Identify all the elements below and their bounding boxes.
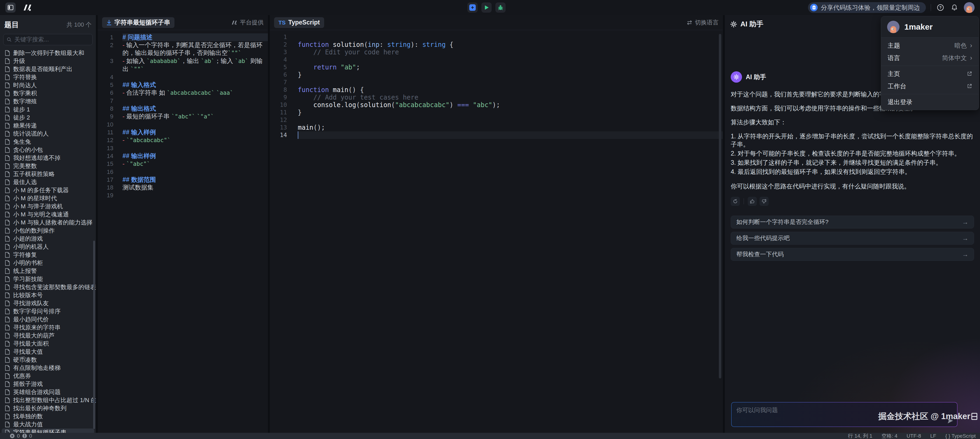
language-menu-item[interactable]: 语言 简体中文› xyxy=(881,52,978,64)
sidebar-item[interactable]: 数字字母问号排序 xyxy=(2,307,94,315)
sidebar-item[interactable]: 完美整数 xyxy=(2,162,94,170)
sidebar-item[interactable]: 寻找包含斐波那契数最多的链表 xyxy=(2,283,94,291)
sidebar-item[interactable]: 字符替换 xyxy=(2,73,94,81)
sidebar-item[interactable]: 小 M 与狼人拯救者的能力选择 xyxy=(2,219,94,227)
sidebar-scrollbar[interactable] xyxy=(93,241,95,429)
share-banner[interactable]: 分享代码练习体验，领限量定制周边 xyxy=(808,2,926,13)
editor-scrollbar[interactable] xyxy=(719,34,721,379)
problem-tab[interactable]: 字符串最短循环子串 xyxy=(102,17,175,28)
search-box[interactable] xyxy=(3,34,92,45)
marscode-logo-icon[interactable] xyxy=(22,4,32,11)
thumbs-up-button[interactable] xyxy=(748,197,757,206)
sidebar-item[interactable]: 数字乘积 xyxy=(2,89,94,97)
sidebar-item[interactable]: 最大战力值 xyxy=(2,420,94,428)
file-icon xyxy=(5,365,10,371)
sidebar-item[interactable]: 小 M 的多任务下载器 xyxy=(2,186,94,194)
ai-agent-name: AI 助手 xyxy=(746,73,766,81)
suggested-question[interactable]: 给我一些代码提示吧→ xyxy=(731,232,974,245)
sidebar-item[interactable]: 线上报警 xyxy=(2,267,94,275)
sidebar-item-label: 徒步 1 xyxy=(13,105,30,114)
theme-menu-item[interactable]: 主题 暗色› xyxy=(881,39,978,52)
sidebar-item[interactable]: 数字增殖 xyxy=(2,97,94,105)
add-button[interactable]: + xyxy=(468,2,477,13)
sidebar-item[interactable]: 找出整型数组中占比超过 1/N 的数 xyxy=(2,396,94,404)
bug-icon xyxy=(498,5,503,11)
sidebar-item[interactable]: 寻找最大的葫芦 xyxy=(2,332,94,340)
sidebar-item[interactable]: 最小趋同代价 xyxy=(2,315,94,323)
sidebar-item[interactable]: 字符修复 xyxy=(2,251,94,259)
sidebar-item[interactable]: 比较版本号 xyxy=(2,291,94,299)
sidebar-item[interactable]: 升级 xyxy=(2,57,94,65)
file-icon xyxy=(5,341,10,347)
sidebar-item[interactable]: 统计说谎的人 xyxy=(2,130,94,138)
sidebar-item[interactable]: 寻找最大值 xyxy=(2,348,94,356)
help-button[interactable]: ? xyxy=(936,3,945,12)
sidebar-item[interactable]: 学习新技能 xyxy=(2,275,94,283)
sidebar-item[interactable]: 小 M 与光明之魂速通 xyxy=(2,210,94,219)
sidebar-item[interactable]: 硬币凑数 xyxy=(2,356,94,364)
file-icon xyxy=(5,66,10,72)
sidebar-item[interactable]: 删除一次得到子数组最大和 xyxy=(2,49,94,57)
run-button[interactable] xyxy=(481,2,492,13)
sidebar-item-label: 寻找包含斐波那契数最多的链表 xyxy=(13,283,96,291)
sidebar-item[interactable]: 英雄组合游戏问题 xyxy=(2,388,94,396)
suggested-question[interactable]: 帮我检查一下代码→ xyxy=(731,248,974,261)
logout-menu-item[interactable]: 退出登录 xyxy=(881,96,978,108)
editor-tab[interactable]: TS TypeScript xyxy=(274,17,324,28)
notifications-button[interactable] xyxy=(950,3,959,12)
sidebar-item[interactable]: 找单独的数 xyxy=(2,412,94,420)
sidebar-item[interactable]: 最佳人选 xyxy=(2,178,94,186)
sidebar-item[interactable]: 有点限制地走楼梯 xyxy=(2,364,94,372)
problem-panel: 字符串最短循环子串 平台提供 1# 问题描述2- 输入一个字符串，判断其是否完全… xyxy=(98,15,268,433)
ai-avatar xyxy=(731,71,742,83)
code-editor[interactable]: 1 2function solution(inp: string): strin… xyxy=(270,30,723,139)
status-item[interactable]: { } TypeScript xyxy=(945,433,976,439)
sidebar-item[interactable]: 时尚达人 xyxy=(2,81,94,89)
line-content xyxy=(123,97,268,105)
sidebar-item[interactable]: 寻找游戏队友 xyxy=(2,299,94,307)
sidebar-item-label: 小 M 的星球时代 xyxy=(13,194,57,202)
home-menu-item[interactable]: 主页 xyxy=(881,68,978,80)
sidebar-item[interactable]: 小明的机器人 xyxy=(2,243,94,251)
sidebar-item[interactable]: 数据表是否能顺利产出 xyxy=(2,65,94,73)
line-number: 12 xyxy=(270,116,287,124)
suggested-question[interactable]: 如何判断一个字符串是否完全循环?→ xyxy=(731,216,974,229)
switch-language-button[interactable]: 切换语言 xyxy=(687,19,719,27)
line-content: // Edit your code here xyxy=(298,48,723,56)
workspace-menu-item[interactable]: 工作台 xyxy=(881,80,978,92)
debug-button[interactable] xyxy=(495,2,506,13)
search-input[interactable] xyxy=(14,36,89,43)
regenerate-button[interactable] xyxy=(731,197,740,206)
status-item[interactable]: 行 14, 列 1 xyxy=(848,433,872,439)
sidebar-item[interactable]: 徒步 1 xyxy=(2,105,94,114)
sidebar-item[interactable]: 摇骰子游戏 xyxy=(2,380,94,388)
sidebar-toggle-button[interactable] xyxy=(5,2,16,13)
problems-status[interactable]: 0 0 xyxy=(10,433,32,439)
sidebar-item[interactable]: 小 M 的星球时代 xyxy=(2,194,94,202)
sidebar-item[interactable]: 寻找原来的字符串 xyxy=(2,323,94,332)
syntax-span: ): xyxy=(410,41,422,48)
sidebar-item[interactable]: 小超的游戏 xyxy=(2,235,94,243)
sidebar-item[interactable]: 我好想逃却逃不掉 xyxy=(2,154,94,162)
status-item[interactable]: LF xyxy=(930,433,936,439)
syntax-span: ) xyxy=(450,101,457,109)
sidebar-item[interactable]: 小明的书柜 xyxy=(2,259,94,267)
status-item[interactable]: UTF-8 xyxy=(907,433,921,439)
sidebar-item[interactable]: 兔生兔 xyxy=(2,138,94,146)
sidebar-item[interactable]: 小 M 与弹子游戏机 xyxy=(2,202,94,210)
thumbs-down-button[interactable] xyxy=(759,197,768,206)
sidebar-item[interactable]: 字符串最短循环子串 xyxy=(2,428,94,433)
sidebar-item[interactable]: 优惠券 xyxy=(2,372,94,380)
user-avatar[interactable] xyxy=(964,2,975,13)
status-item[interactable]: 空格: 4 xyxy=(881,433,897,439)
sidebar-item[interactable]: 贪心的小包 xyxy=(2,146,94,154)
swap-icon xyxy=(687,20,692,25)
problem-description[interactable]: 1# 问题描述2- 输入一个字符串，判断其是否完全循环，若是循环的，输出最短的循… xyxy=(98,30,268,199)
sidebar-item[interactable]: 寻找最大面积 xyxy=(2,340,94,348)
play-icon xyxy=(484,5,490,11)
sidebar-item[interactable]: 小包的数列操作 xyxy=(2,227,94,235)
sidebar-item[interactable]: 找出最长的神奇数列 xyxy=(2,404,94,412)
sidebar-item[interactable]: 糖果传递 xyxy=(2,122,94,130)
sidebar-item[interactable]: 五子棋获胜策略 xyxy=(2,170,94,178)
sidebar-item[interactable]: 徒步 2 xyxy=(2,114,94,122)
